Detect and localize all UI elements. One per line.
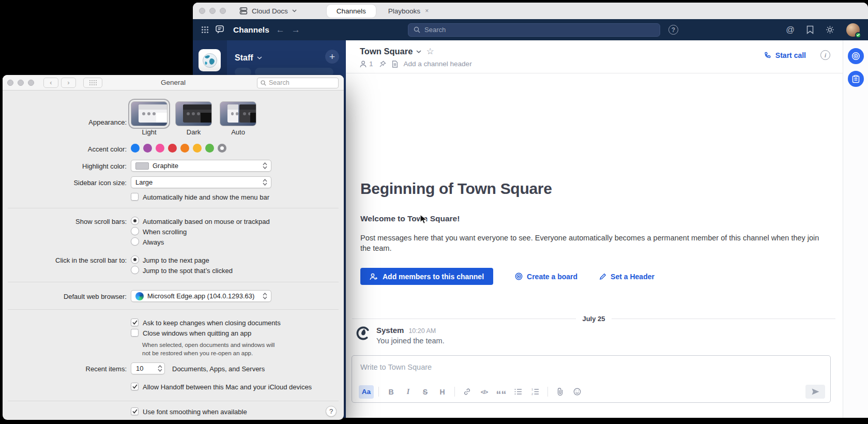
help-button[interactable]: ? [326,406,337,417]
send-message-button[interactable] [805,385,825,399]
sidebar-icon-size-select[interactable]: Large [131,176,271,188]
emoji-icon[interactable] [570,385,585,399]
scrollbars-when-scrolling-radio[interactable] [131,227,139,235]
text-style-button[interactable]: Aa [359,385,374,399]
tab-channels[interactable]: Channels [327,5,376,18]
italic-icon[interactable]: I [401,385,416,399]
attachment-paperclip-icon[interactable] [553,385,568,399]
link-icon[interactable] [460,385,475,399]
team-menu[interactable]: Staff [235,53,262,63]
recent-items-value: 10 [136,365,143,372]
accent-green[interactable] [205,144,214,153]
add-members-button[interactable]: Add members to this channel [360,268,493,285]
bold-icon[interactable]: B [384,385,399,399]
recent-items-select[interactable]: 10 [131,362,165,374]
user-avatar[interactable] [846,23,860,37]
channel-content: Beginning of Town Square Welcome to Town… [346,73,843,418]
accent-purple[interactable] [143,144,152,153]
boards-app-icon[interactable] [848,48,864,64]
members-count-button[interactable]: 1 [360,60,373,68]
playbooks-app-icon[interactable] [848,71,864,87]
quote-icon[interactable]: ““ [494,385,509,399]
tab-playbooks[interactable]: Playbooks × [382,7,435,15]
scrollbars-always-radio[interactable] [131,237,139,246]
show-all-preferences-button[interactable] [83,78,102,88]
accent-pink[interactable] [156,144,164,153]
zoom-window-button[interactable] [220,8,226,14]
server-menu-label: Cloud Docs [252,7,288,15]
set-header-button[interactable]: Set a Header [599,272,654,281]
global-header: Channels ← → Search ? @ [193,19,868,40]
toolbar-separator [547,387,548,397]
prefs-search-input[interactable]: Search [257,78,339,88]
forward-button[interactable]: › [61,78,76,88]
server-menu[interactable]: Cloud Docs [239,7,297,15]
numbered-list-icon[interactable]: 1 2 [528,385,543,399]
strikethrough-icon[interactable]: S [418,385,433,399]
start-call-label: Start call [775,51,806,59]
appearance-light-label: Light [131,128,167,136]
history-back-icon[interactable]: ← [276,25,285,34]
channel-name-menu[interactable]: Town Square [360,47,421,56]
scroll-click-next-page-radio[interactable] [131,255,139,264]
create-board-label: Create a board [527,272,577,281]
keep-changes-label: Ask to keep changes when closing documen… [143,319,281,327]
toolbar-separator [378,387,379,397]
product-switcher-grid-icon[interactable] [201,26,209,34]
message-input[interactable]: Write to Town Square [352,356,830,378]
scroll-click-spot-radio[interactable] [131,266,139,274]
minimize-window-button[interactable] [209,8,216,14]
accent-red[interactable] [168,144,177,153]
accent-orange[interactable] [180,144,189,153]
product-title: Channels [233,25,269,35]
start-call-button[interactable]: Start call [764,51,806,59]
mouse-cursor [420,214,428,225]
team-avatar-globe-icon[interactable] [199,49,221,71]
close-window-button[interactable] [199,8,205,14]
appearance-dark-label: Dark [175,128,212,136]
default-browser-select[interactable]: Microsoft Edge.app (104.0.1293.63) [131,290,271,302]
accent-graphite[interactable] [218,144,226,153]
add-channel-header-link[interactable]: Add a channel header [404,60,472,68]
menubar-autohide-checkbox[interactable] [131,193,139,201]
accent-blue[interactable] [131,144,140,153]
appearance-option-dark[interactable] [175,101,212,126]
channel-info-icon[interactable]: i [820,50,830,60]
keep-changes-checkbox[interactable] [131,319,139,326]
appearance-option-auto[interactable] [220,101,256,126]
message-composer[interactable]: Write to Town Square Aa B I S H [352,355,831,403]
highlight-value: Graphite [153,162,178,170]
back-button[interactable]: ‹ [43,78,58,88]
favorite-star-icon[interactable]: ☆ [426,46,434,57]
pinned-posts-icon[interactable] [379,60,386,68]
message-sender[interactable]: System [376,326,404,335]
menubar-autohide-label: Automatically hide and show the menu bar [143,193,269,201]
chevron-down-icon [292,9,297,12]
scrollbars-auto-radio[interactable] [131,217,139,225]
saved-posts-icon[interactable] [806,25,814,34]
font-smoothing-checkbox[interactable] [131,407,139,415]
close-windows-note: When selected, open documents and window… [142,341,283,357]
history-forward-icon[interactable]: → [292,25,300,34]
traffic-lights[interactable] [199,8,226,14]
appearance-option-light[interactable] [131,101,167,126]
close-windows-checkbox[interactable] [131,329,139,337]
channels-product-icon [216,25,225,34]
create-board-button[interactable]: Create a board [515,272,577,281]
help-icon[interactable]: ? [668,25,678,35]
toolbar-separator [454,387,455,397]
accent-yellow[interactable] [193,144,202,153]
team-name-label: Staff [235,53,253,63]
tab-close-icon[interactable]: × [425,7,429,14]
handoff-checkbox[interactable] [131,383,139,390]
date-divider-label[interactable]: July 25 [576,315,611,323]
add-channel-button[interactable]: + [325,50,339,64]
channel-files-icon[interactable] [392,60,398,68]
mentions-icon[interactable]: @ [786,25,795,35]
highlight-color-select[interactable]: Graphite [131,160,271,172]
bulleted-list-icon[interactable] [511,385,526,399]
heading-icon[interactable]: H [435,385,450,399]
settings-gear-icon[interactable] [826,25,834,34]
code-icon[interactable]: </> [477,385,492,399]
global-search-input[interactable]: Search [408,23,660,37]
